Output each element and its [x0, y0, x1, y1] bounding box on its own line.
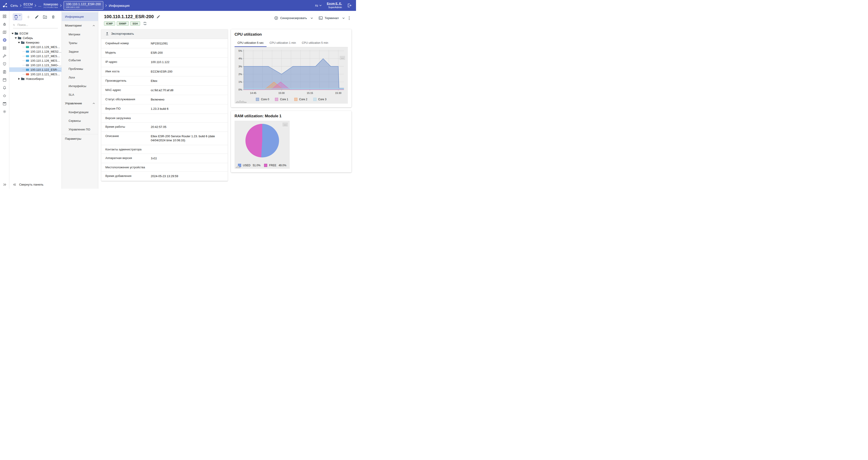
user-menu[interactable]: Eccm E. E. SuperAdmin [327, 2, 342, 9]
add-group-button[interactable] [43, 15, 47, 19]
breadcrumb-current-device[interactable]: 100.110.1.122_ESR-200 100.110.1.122 [64, 1, 103, 9]
svg-text:4%: 4% [239, 57, 242, 60]
trash-icon [51, 15, 55, 19]
tree-device-item[interactable]: 100.110.1.121_MES2124... [9, 72, 62, 76]
svg-text:14:45: 14:45 [250, 92, 256, 94]
chart-navigator[interactable] [236, 99, 247, 103]
language-selector[interactable]: ru [315, 4, 321, 7]
refresh-icon [143, 22, 147, 25]
calendar-icon[interactable] [1, 76, 8, 83]
more-actions-button[interactable] [347, 15, 351, 22]
tree-device-item[interactable]: 100.110.1.127_MES5316A [9, 54, 62, 58]
refresh-status-button[interactable] [143, 22, 147, 25]
breadcrumb-city-sublabel: УСТРОЙСТВА [43, 6, 58, 8]
synchronize-button[interactable]: Синхронизировать [272, 14, 309, 22]
menu-events[interactable]: События [62, 56, 98, 64]
menu-parameters[interactable]: Параметры [62, 134, 98, 143]
tab-cpu-5min[interactable]: CPU utilization 5 min [299, 39, 331, 47]
settings-gear-icon[interactable] [1, 108, 8, 115]
expand-rail-button[interactable] [3, 183, 6, 186]
pencil-icon [35, 15, 39, 19]
breadcrumb-city-group[interactable]: Кемерово УСТРОЙСТВА [43, 2, 58, 8]
breadcrumb-network[interactable]: Сеть [10, 4, 18, 7]
tree-folder-kemerovo[interactable]: Кемерово [9, 40, 62, 45]
tab-cpu-1min[interactable]: CPU utilization 1 min [267, 39, 299, 47]
tree-device-item-selected[interactable]: 100.110.1.122_ESR-200 [9, 67, 62, 72]
chevron-down-icon [19, 15, 21, 16]
bug-icon[interactable] [1, 21, 8, 28]
breadcrumb-group[interactable]: ЕССМ ГРУППЫ [23, 2, 33, 8]
breadcrumb-page[interactable]: Информация [109, 4, 130, 7]
tree-device-item[interactable]: 100.110.1.129_MES2424... [9, 45, 62, 49]
tree-search-input[interactable] [17, 23, 58, 27]
menu-interfaces[interactable]: Интерфейсы [62, 81, 98, 90]
tree-device-item[interactable]: 100.110.1.126_MES2428 ... [9, 58, 62, 63]
servers-icon[interactable] [1, 44, 8, 52]
tasks-clipboard-icon[interactable] [1, 68, 8, 75]
menu-services[interactable]: Сервисы [62, 117, 98, 125]
menu-information[interactable]: Информация [62, 12, 98, 21]
menu-problems[interactable]: Проблемы [62, 64, 98, 73]
svg-text:15:30: 15:30 [335, 92, 341, 94]
map-icon[interactable] [1, 29, 8, 36]
menu-logs[interactable]: Логи [62, 73, 98, 81]
menu-metrics[interactable]: Метрики [62, 30, 98, 39]
ram-pie-chart [245, 124, 279, 157]
notifications-bell-icon[interactable] [1, 84, 8, 91]
expander-icon[interactable] [18, 78, 20, 80]
charts-column: CPU utilization CPU utilization 5 sec CP… [231, 29, 351, 172]
menu-management[interactable]: Управление [62, 99, 98, 108]
breadcrumb-collapsed[interactable]: ... [38, 3, 41, 7]
expander-icon[interactable] [11, 32, 14, 34]
add-device-button[interactable] [26, 15, 30, 19]
tab-cpu-5sec[interactable]: CPU utilization 5 sec [235, 39, 267, 47]
autosave-interval-button[interactable]: 1m [13, 13, 22, 20]
synchronize-menu-button[interactable] [309, 16, 314, 21]
ram-chart-navigator[interactable] [236, 165, 243, 168]
app-logo[interactable] [0, 2, 10, 8]
expander-icon[interactable] [18, 41, 20, 43]
expander-icon[interactable] [14, 37, 17, 39]
device-icon [26, 51, 29, 53]
network-globe-icon[interactable] [1, 36, 8, 43]
chevron-down-icon [311, 18, 313, 19]
tree-toolbar: 1m [9, 11, 62, 22]
cpu-chart-menu-button[interactable]: … [340, 56, 345, 60]
info-row: Время работы20:42:57.05 [101, 123, 228, 132]
info-row: IP-адрес100.110.1.122 [101, 58, 228, 67]
tree-search [13, 23, 58, 28]
menu-configurations[interactable]: Конфигурации [62, 108, 98, 117]
export-button[interactable]: Экспортировать [105, 32, 134, 35]
menu-monitoring[interactable]: Мониторинг [62, 21, 98, 30]
cpu-utilization-card: CPU utilization CPU utilization 5 sec CP… [231, 29, 351, 107]
power-icon[interactable] [1, 92, 8, 99]
folder-icon [21, 77, 25, 80]
tree-device-item[interactable]: 100.110.1.123_SMG-1016... [9, 63, 62, 67]
cpu-chart: 0%1%2%3%4%5%14:4515:0015:1515:30 [236, 49, 346, 96]
device-icon [26, 55, 29, 57]
collapse-panel-button[interactable]: Свернуть панель [9, 180, 62, 189]
menu-tasks[interactable]: Задачи [62, 47, 98, 56]
cpu-legend: Core 0 Core 1 Core 2 Core 3 [236, 96, 346, 104]
terminal-menu-button[interactable] [341, 16, 346, 21]
tools-wrench-icon[interactable] [1, 53, 8, 59]
menu-firmware[interactable]: Управление ПО [62, 125, 98, 134]
menu-traps[interactable]: Трапы [62, 39, 98, 47]
svg-text:15:00: 15:00 [278, 92, 285, 94]
tree-folder-sibir[interactable]: Сибирь [9, 36, 62, 40]
terminal-button[interactable]: Терминал [316, 15, 341, 21]
tree-folder-eccm[interactable]: ЕССМ [9, 31, 62, 36]
tree-device-item[interactable]: 100.110.1.128_ME5200 [9, 49, 62, 54]
chevron-down-icon [342, 18, 345, 19]
edit-node-button[interactable] [35, 15, 39, 19]
tree-folder-novosibirsk[interactable]: Новосибирск [9, 76, 62, 81]
archive-box-icon[interactable] [1, 100, 8, 107]
menu-sla[interactable]: SLA [62, 90, 98, 99]
current-device-label: 100.110.1.122_ESR-200 [66, 2, 101, 6]
logout-button[interactable] [345, 3, 354, 8]
delete-node-button[interactable] [51, 15, 55, 19]
edit-title-button[interactable] [156, 15, 160, 19]
shield-alert-icon[interactable] [1, 60, 8, 67]
ram-chart-menu-button[interactable]: … [282, 123, 288, 127]
dashboard-icon[interactable] [1, 13, 8, 20]
